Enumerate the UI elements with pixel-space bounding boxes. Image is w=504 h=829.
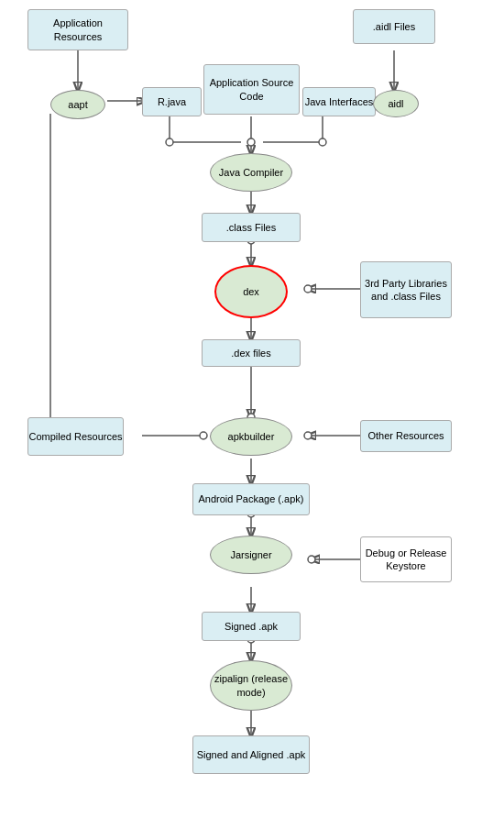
dex-node: dex — [214, 265, 288, 318]
svg-point-11 — [247, 138, 255, 146]
signed-aligned-node: Signed and Aligned .apk — [192, 735, 310, 774]
other-resources-node: Other Resources — [360, 420, 452, 452]
android-package-node: Android Package (.apk) — [192, 483, 310, 515]
aapt-node: aapt — [50, 90, 105, 119]
aidl-tool-node: aidl — [373, 90, 419, 117]
svg-point-17 — [304, 285, 312, 293]
signed-apk-node: Signed .apk — [202, 612, 301, 641]
compiled-resources-node: Compiled Resources — [27, 417, 124, 456]
zipalign-node: zipalign (release mode) — [210, 660, 292, 711]
class-files-node: .class Files — [202, 213, 301, 242]
svg-point-12 — [319, 138, 326, 146]
jarsigner-node: Jarsigner — [210, 536, 292, 574]
java-compiler-node: Java Compiler — [210, 153, 292, 192]
svg-point-10 — [166, 138, 173, 146]
java-interfaces-node: Java Interfaces — [302, 87, 376, 116]
apkbuilder-node: apkbuilder — [210, 417, 292, 456]
third-party-node: 3rd Party Libraries and .class Files — [360, 261, 452, 318]
svg-point-26 — [304, 432, 312, 439]
dex-files-node: .dex files — [202, 339, 301, 367]
app-resources-node: Application Resources — [27, 9, 128, 50]
svg-point-22 — [200, 432, 207, 439]
build-diagram: Application Resources .aidl Files aapt R… — [0, 0, 504, 829]
svg-point-31 — [308, 556, 315, 563]
app-source-code-node: Application Source Code — [203, 64, 300, 115]
r-java-node: R.java — [142, 87, 202, 116]
aidl-files-node: .aidl Files — [353, 9, 435, 44]
debug-keystore-node: Debug or Release Keystore — [360, 536, 452, 582]
